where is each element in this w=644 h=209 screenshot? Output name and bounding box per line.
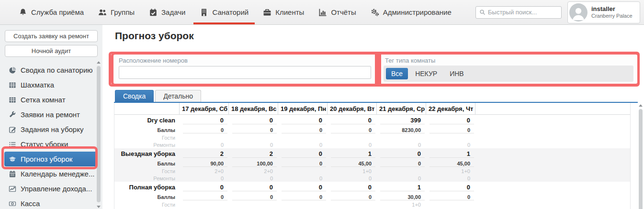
- nav-item-bar-chart[interactable]: Отчёты: [311, 0, 363, 24]
- subrow-value: 90,00: [179, 161, 228, 166]
- bar-chart-icon: [318, 8, 327, 17]
- subrow-value: 0: [426, 176, 475, 181]
- sidebar-item-label: Задания на уборку: [21, 125, 83, 133]
- nav-item-bell[interactable]: Служба приёма: [11, 0, 91, 24]
- row-value: 1: [376, 184, 426, 191]
- sidebar-item-edit[interactable]: Задания на уборку: [4, 122, 98, 137]
- scroll-down-icon[interactable]: [97, 206, 101, 208]
- line-chart-icon: [9, 185, 16, 193]
- table-scrollbar[interactable]: [638, 104, 643, 209]
- row-value: 399: [376, 117, 426, 124]
- room-tag-label: Тег типа комнаты: [385, 57, 435, 64]
- subrow-value: 0: [327, 142, 376, 148]
- sidebar-scrollbar[interactable]: [96, 61, 101, 208]
- row-value: 2: [179, 150, 228, 157]
- subrow-value: 0: [179, 127, 228, 133]
- room-tag-option[interactable]: НЕКУР: [410, 68, 442, 79]
- sidebar-item-wrench[interactable]: Заявки на ремонт: [4, 107, 98, 122]
- table-subrow: Гости1+0: [114, 201, 630, 208]
- calendar-check-icon: [149, 8, 158, 17]
- room-tag-option[interactable]: Все: [386, 68, 408, 79]
- sidebar-item-label: Управление дохода...: [21, 185, 92, 193]
- table-header-row: 17 декабря, Сб18 декабря, Вс19 декабря, …: [114, 103, 630, 115]
- user-org: Cranberry Palace: [591, 13, 633, 20]
- row-value: 0: [426, 184, 475, 191]
- subrow-label: Гости: [114, 168, 179, 174]
- sidebar-menu: Сводка по санаториюШахматкаСетка комнатЗ…: [0, 60, 102, 209]
- subrow-value: 30,00: [376, 194, 426, 200]
- calendar-icon: [9, 170, 16, 178]
- subrow-value: 0: [228, 127, 278, 133]
- graduation-cap-icon: [9, 155, 16, 163]
- sidebar-item-pie-chart[interactable]: Сводка по санаторию: [4, 63, 98, 77]
- table-group: Выездная уборка220101Баллы90,00100,00045…: [114, 148, 630, 182]
- scrollbar-thumb[interactable]: [97, 66, 101, 202]
- row-value: 2: [228, 150, 278, 157]
- nav-item-label: Отчёты: [331, 8, 356, 16]
- subrow-value: 0: [376, 142, 426, 148]
- sidebar-item-label: Шахматка: [21, 81, 54, 89]
- row-value: 0: [179, 117, 228, 124]
- room-location-label: Расположение номеров: [119, 57, 188, 64]
- nav-item-building[interactable]: Санаторий: [192, 0, 256, 24]
- room-tag-option[interactable]: ИНВ: [444, 68, 469, 79]
- briefcase-icon: [263, 8, 271, 17]
- subrow-value: 0: [278, 142, 327, 148]
- nav-item-users[interactable]: Группы: [91, 0, 142, 24]
- subrow-value: 0: [426, 194, 475, 200]
- column-header: 19 декабря, Пн: [278, 103, 327, 114]
- nav-item-briefcase[interactable]: Клиенты: [256, 0, 311, 24]
- subrow-value: 45,00: [327, 161, 376, 166]
- nav-item-label: Администрирование: [383, 8, 452, 16]
- column-header: 20 декабря, Вт: [327, 103, 376, 114]
- subrow-label: Ремонты: [114, 142, 179, 148]
- users-icon: [98, 8, 107, 17]
- subrow-value: 0: [228, 176, 278, 181]
- subrow-value: 0: [376, 161, 426, 166]
- subrow-value: 2+0: [179, 168, 228, 174]
- sidebar-item-cash[interactable]: Касса: [4, 196, 98, 209]
- nav-item-label: Задачи: [161, 8, 185, 16]
- wrench-icon: [9, 111, 16, 119]
- row-value: 1: [327, 150, 376, 157]
- subrow-label: Баллы: [114, 127, 179, 133]
- tab-detail[interactable]: Детально: [155, 90, 201, 102]
- sidebar-item-grid[interactable]: Шахматка: [4, 77, 98, 92]
- scroll-up-icon[interactable]: [639, 104, 643, 107]
- table-corner-cell: [114, 103, 179, 114]
- user-menu[interactable]: installer Cranberry Palace: [567, 1, 640, 23]
- room-tag-options: ВсеНЕКУРИНВ: [384, 66, 633, 82]
- row-value: 0: [278, 184, 327, 191]
- sidebar-action-button-0[interactable]: Создать заявку на ремонт: [5, 30, 98, 42]
- row-value: 0: [278, 150, 327, 157]
- sidebar-item-line-chart[interactable]: Управление дохода...: [4, 181, 98, 196]
- subrow-label: Гости: [114, 202, 179, 208]
- quick-search-input[interactable]: [488, 9, 558, 16]
- column-header: 22 декабря, Чт: [426, 103, 475, 114]
- top-nav: Служба приёмаГруппыЗадачиСанаторийКлиент…: [11, 0, 459, 24]
- subrow-value: 0: [179, 176, 228, 181]
- room-location-input[interactable]: [119, 66, 371, 79]
- sidebar-action-button-1[interactable]: Ночной аудит: [5, 45, 98, 57]
- row-value: 0: [228, 117, 278, 124]
- sidebar-item-grid[interactable]: Сетка комнат: [4, 92, 98, 107]
- subrow-value: 0: [179, 194, 228, 200]
- avatar: [569, 3, 588, 22]
- nav-item-gears[interactable]: Администрирование: [363, 0, 459, 24]
- subrow-value: 0: [426, 127, 475, 133]
- quick-search[interactable]: [475, 6, 562, 19]
- subrow-label: Баллы: [114, 161, 179, 166]
- nav-item-calendar-check[interactable]: Задачи: [142, 0, 192, 24]
- sidebar-item-label: Заявки на ремонт: [21, 110, 80, 119]
- room-location-filter: Расположение номеров: [111, 52, 379, 86]
- sidebar-item-calendar[interactable]: Календарь менедже...: [4, 166, 98, 181]
- sidebar-item-graduation-cap[interactable]: Прогноз уборок: [4, 152, 98, 166]
- view-tabs: СводкаДетально: [115, 90, 201, 102]
- subrow-value: 45,00: [426, 161, 475, 166]
- tab-summary[interactable]: Сводка: [115, 90, 154, 102]
- sidebar-item-label: Прогноз уборок: [21, 155, 72, 163]
- scrollbar-thumb[interactable]: [639, 109, 643, 209]
- scroll-up-icon[interactable]: [97, 61, 101, 64]
- subrow-label: Баллы: [114, 194, 179, 200]
- sidebar-item-list[interactable]: Статус уборки: [4, 137, 98, 152]
